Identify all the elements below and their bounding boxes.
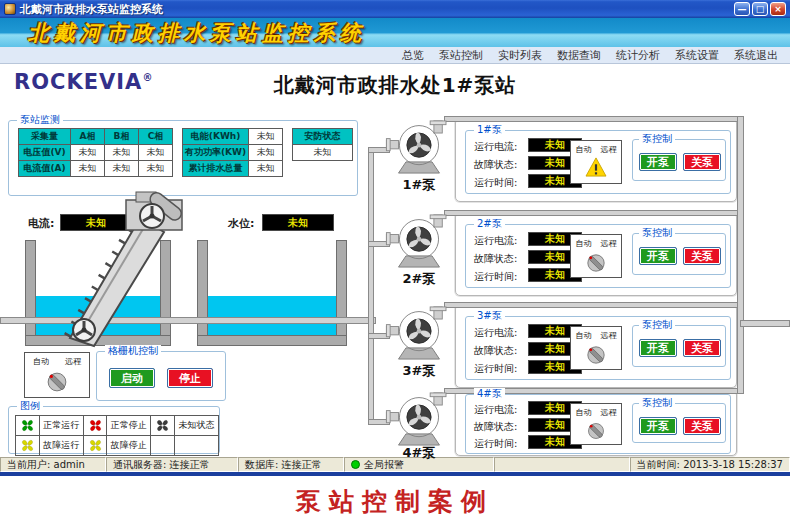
pump-start-button[interactable]: 开泵: [639, 153, 677, 171]
fault-status-label: 故障状态:: [474, 344, 517, 358]
phase-table: 采集量 A相 B相 C相 电压值(V) 未知 未知 未知 电流值(A) 未知 未…: [18, 128, 173, 177]
status-database: 数据库: 连接正常: [238, 457, 344, 472]
value-cell: 未知: [105, 145, 139, 161]
fault-status-label: 故障状态:: [474, 158, 517, 172]
pump-group: 4#泵 运行电流: 未知 故障状态: 未知 运行时间: 未知 自动 远程 泵控制…: [465, 394, 731, 454]
pump-group-title: 1#泵: [474, 124, 505, 136]
water: [208, 296, 336, 335]
mode-auto-label: 自动: [576, 330, 592, 341]
pump-group: 2#泵 运行电流: 未知 故障状态: 未知 运行时间: 未知 自动 远程 泵控制…: [465, 224, 731, 288]
caption: 泵站控制案例: [0, 476, 790, 526]
security-value: 未知: [293, 145, 353, 161]
pump-mode-switch[interactable]: 自动 远程: [570, 140, 622, 184]
row-header: 电流值(A): [19, 161, 71, 177]
row-header: 累计排水总量: [183, 161, 249, 177]
pump-name: 1#泵: [384, 176, 454, 194]
pump-mode-switch[interactable]: 自动 远程: [570, 234, 622, 278]
run-time-label: 运行时间:: [474, 362, 517, 376]
pump-stop-button[interactable]: 关泵: [683, 247, 721, 265]
pump-group-title: 2#泵: [474, 218, 505, 230]
legend-title: 图例: [17, 400, 43, 412]
pump-group: 3#泵 运行电流: 未知 故障状态: 未知 运行时间: 未知 自动 远程 泵控制…: [465, 316, 731, 380]
legend-label: 正常停止: [107, 416, 151, 436]
knob-icon: [44, 369, 70, 395]
menu-data-query[interactable]: 数据查询: [557, 48, 601, 63]
value-cell: 未知: [139, 145, 173, 161]
status-time: 当前时间: 2013-3-18 15:28:37: [630, 457, 790, 472]
right-tank: [197, 240, 347, 346]
security-table: 安防状态 未知: [292, 128, 353, 161]
pump-start-button[interactable]: 开泵: [639, 339, 677, 357]
knob-icon: [584, 251, 608, 275]
mode-remote-label: 远程: [601, 407, 617, 418]
discharge-manifold-pipe: [737, 116, 744, 394]
pump-graphic: [384, 120, 454, 174]
menu-exit[interactable]: 系统退出: [734, 48, 778, 63]
close-icon[interactable]: ×: [770, 2, 786, 16]
pump-start-button[interactable]: 开泵: [639, 247, 677, 265]
pump-stop-button[interactable]: 关泵: [683, 153, 721, 171]
pump-mode-switch[interactable]: 自动 远程: [570, 403, 622, 445]
water-level-value-display: 未知: [262, 214, 334, 231]
legend-label: 正常运行: [39, 416, 83, 436]
run-time-label: 运行时间:: [474, 270, 517, 284]
pump-control-group: 泵控制 开泵 关泵: [632, 325, 726, 367]
menu-overview[interactable]: 总览: [402, 48, 424, 63]
value-cell: 未知: [139, 161, 173, 177]
menu-realtime-list[interactable]: 实时列表: [498, 48, 542, 63]
table-row: 电能(KWh) 未知: [183, 129, 283, 145]
app-icon: [4, 3, 16, 15]
pump-stop-button[interactable]: 关泵: [683, 417, 721, 435]
pump-control-group: 泵控制 开泵 关泵: [632, 233, 726, 275]
status-user: 当前用户: admin: [0, 457, 106, 472]
mode-remote-label: 远程: [601, 238, 617, 249]
pump-mode-switch[interactable]: 自动 远程: [570, 326, 622, 370]
status-spacer: [494, 457, 630, 472]
run-current-label: 运行电流:: [474, 234, 517, 248]
fault-status-label: 故障状态:: [474, 252, 517, 266]
pump-start-button[interactable]: 开泵: [639, 417, 677, 435]
outlet-pipe: [740, 320, 790, 327]
water-level-label: 水位:: [228, 216, 254, 231]
titlebar: 北戴河市政排水泵站监控系统 — □ ×: [0, 0, 790, 18]
suction-manifold-pipe: [368, 147, 374, 425]
table-row: 正常运行 正常停止 未知状态: [16, 416, 219, 436]
knob-icon: [585, 420, 607, 442]
table-row: 故障运行 故障停止: [16, 436, 219, 456]
pump-graphic: [384, 306, 454, 360]
fan-unknown-icon: [155, 418, 170, 433]
pump-name: 4#泵: [384, 444, 454, 462]
alarm-indicator-icon: [351, 460, 360, 469]
pump-group-title: 4#泵: [474, 388, 505, 400]
legend-label: 故障运行: [39, 436, 83, 456]
minimize-icon[interactable]: —: [734, 2, 750, 16]
value-cell: 未知: [105, 161, 139, 177]
menu-pump-control[interactable]: 泵站控制: [439, 48, 483, 63]
row-header: 电能(KWh): [183, 129, 249, 145]
pump-control-group: 泵控制 开泵 关泵: [632, 139, 726, 181]
screen-stop-button[interactable]: 停止: [167, 368, 213, 388]
menu-statistics[interactable]: 统计分析: [616, 48, 660, 63]
table-row: 电压值(V) 未知 未知 未知: [19, 145, 173, 161]
mode-auto-label: 自动: [576, 238, 592, 249]
pump-graphic: [384, 214, 454, 268]
fan-stop-icon: [88, 418, 103, 433]
run-current-label: 运行电流:: [474, 326, 517, 340]
banner: 北戴河市政排水泵站监控系统: [0, 18, 790, 47]
value-cell: 未知: [71, 161, 105, 177]
knob-icon: [584, 343, 608, 367]
pump3-discharge-pipe: [444, 302, 742, 308]
menubar: 总览 泵站控制 实时列表 数据查询 统计分析 系统设置 系统退出: [0, 47, 790, 64]
legend-group: 图例 正常运行 正常停止 未知状态 故障运行 故障停止: [8, 406, 220, 454]
window-controls: — □ ×: [734, 2, 786, 16]
maximize-icon[interactable]: □: [752, 2, 768, 16]
phase-col-header: 采集量: [19, 129, 71, 145]
pump-stop-button[interactable]: 关泵: [683, 339, 721, 357]
menu-system-settings[interactable]: 系统设置: [675, 48, 719, 63]
security-header: 安防状态: [293, 129, 353, 145]
mode-remote-label: 远程: [601, 330, 617, 341]
run-time-label: 运行时间:: [474, 437, 517, 451]
table-row: 有功功率(KW) 未知: [183, 145, 283, 161]
table-row: 电流值(A) 未知 未知 未知: [19, 161, 173, 177]
screen-start-button[interactable]: 启动: [109, 368, 155, 388]
